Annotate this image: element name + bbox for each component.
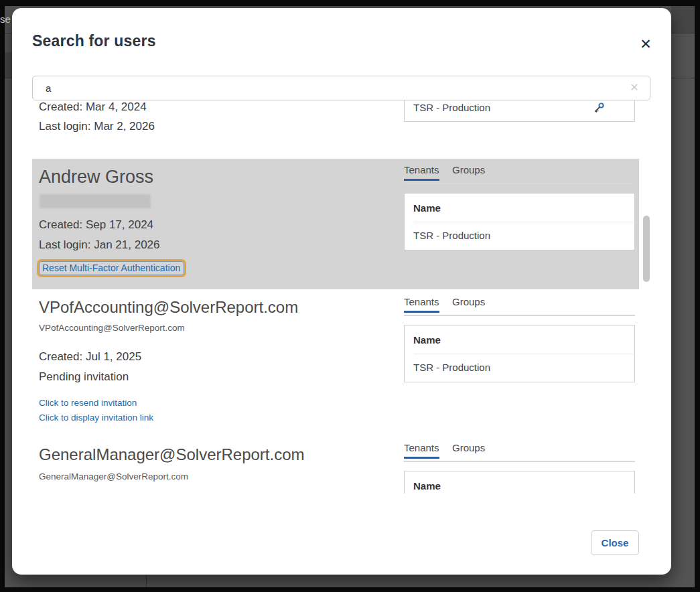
table-header: Name bbox=[405, 194, 634, 214]
search-users-dialog: Search for users ✕ ✕ Created: Mar 4, 202… bbox=[12, 8, 671, 575]
tenants-table: Name bbox=[404, 471, 635, 494]
table-header: Name bbox=[405, 325, 634, 346]
user-card[interactable]: Created: Mar 4, 2024 Last login: Mar 2, … bbox=[32, 100, 639, 141]
tenant-group-tabs: Tenants Groups bbox=[404, 294, 635, 316]
background-clipped-text: se bbox=[0, 13, 11, 25]
dialog-title: Search for users bbox=[32, 32, 156, 50]
user-last-login: Last login: Mar 2, 2026 bbox=[39, 120, 155, 133]
reset-mfa-link[interactable]: Reset Multi-Factor Authentication bbox=[37, 259, 186, 277]
user-created: Created: Sep 17, 2024 bbox=[39, 218, 153, 232]
user-email: GeneralManager@SolverReport.com bbox=[39, 471, 188, 482]
user-status: Pending invitation bbox=[39, 370, 129, 384]
redacted-email bbox=[40, 194, 151, 208]
resend-invitation-link[interactable]: Click to resend invitation bbox=[39, 398, 137, 408]
tab-tenants[interactable]: Tenants bbox=[404, 162, 439, 181]
user-created: Created: Mar 4, 2024 bbox=[39, 100, 147, 114]
clear-search-icon[interactable]: ✕ bbox=[628, 81, 641, 94]
user-last-login: Last login: Jan 21, 2026 bbox=[39, 238, 160, 252]
user-created: Created: Jul 1, 2025 bbox=[39, 350, 141, 364]
display-invitation-link[interactable]: Click to display invitation link bbox=[39, 413, 153, 423]
user-email: VPofAccounting@SolverReport.com bbox=[39, 323, 185, 333]
tenant-row: TSR - Production bbox=[405, 354, 634, 382]
tenant-row: TSR - Production bbox=[405, 222, 634, 250]
user-name: GeneralManager@SolverReport.com bbox=[39, 445, 305, 464]
search-input[interactable] bbox=[33, 76, 650, 100]
user-card-selected[interactable]: Andrew Gross Created: Sep 17, 2024 Last … bbox=[32, 159, 639, 289]
user-results-list: Created: Mar 4, 2024 Last login: Mar 2, … bbox=[32, 100, 641, 494]
tenant-group-tabs: Tenants Groups bbox=[404, 440, 635, 462]
backdrop-divider bbox=[146, 575, 147, 587]
tab-groups[interactable]: Groups bbox=[452, 440, 485, 459]
tab-tenants[interactable]: Tenants bbox=[404, 294, 439, 313]
user-card[interactable]: GeneralManager@SolverReport.com GeneralM… bbox=[32, 442, 639, 494]
key-icon[interactable] bbox=[593, 102, 605, 114]
search-box: ✕ bbox=[32, 76, 650, 100]
backdrop-band bbox=[5, 52, 12, 78]
tab-groups[interactable]: Groups bbox=[452, 294, 485, 313]
tenants-table: TSR - Production bbox=[404, 100, 635, 122]
user-name: VPofAccounting@SolverReport.com bbox=[39, 298, 298, 317]
tenant-group-tabs: Tenants Groups bbox=[404, 162, 635, 184]
tenants-table: Name TSR - Production bbox=[404, 193, 635, 250]
tenants-table: Name TSR - Production bbox=[404, 325, 635, 382]
backdrop-band bbox=[671, 6, 695, 33]
tab-tenants[interactable]: Tenants bbox=[404, 440, 439, 459]
close-icon[interactable]: ✕ bbox=[635, 33, 656, 55]
user-card[interactable]: VPofAccounting@SolverReport.com VPofAcco… bbox=[32, 293, 639, 439]
close-button[interactable]: Close bbox=[591, 530, 639, 555]
tab-groups[interactable]: Groups bbox=[452, 162, 485, 181]
scrollbar-thumb[interactable] bbox=[643, 216, 650, 282]
table-header: Name bbox=[405, 471, 634, 492]
user-name: Andrew Gross bbox=[39, 167, 153, 188]
